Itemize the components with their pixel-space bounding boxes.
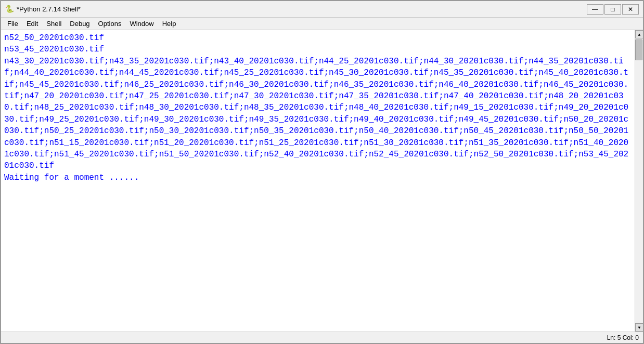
- close-button[interactable]: ✕: [622, 4, 639, 15]
- scroll-thumb[interactable]: [635, 39, 642, 60]
- title-bar-controls: — □ ✕: [587, 4, 639, 15]
- status-bar: Ln: 5 Col: 0: [1, 332, 643, 343]
- scroll-track[interactable]: [635, 38, 643, 323]
- menu-file[interactable]: File: [3, 19, 22, 29]
- title-bar-left: 🐍 *Python 2.7.14 Shell*: [5, 5, 81, 14]
- minimize-button[interactable]: —: [587, 4, 603, 15]
- title-bar: 🐍 *Python 2.7.14 Shell* — □ ✕: [1, 1, 643, 18]
- terminal-line-2: n53_45_20201c030.tif: [4, 44, 632, 55]
- terminal-line-4: Waiting for a moment ......: [4, 172, 632, 183]
- terminal-line-1: n52_50_20201c030.tif: [4, 32, 632, 44]
- scrollbar[interactable]: ▲ ▼: [635, 30, 643, 332]
- python-icon: 🐍: [5, 5, 14, 14]
- menu-bar: File Edit Shell Debug Options Window Hel…: [1, 18, 643, 30]
- main-window: 🐍 *Python 2.7.14 Shell* — □ ✕ File Edit …: [0, 0, 644, 344]
- status-text: Ln: 5 Col: 0: [607, 334, 639, 341]
- content-area: n52_50_20201c030.tif n53_45_20201c030.ti…: [1, 30, 643, 332]
- menu-help[interactable]: Help: [158, 19, 181, 29]
- scroll-down-button[interactable]: ▼: [635, 323, 643, 332]
- menu-debug[interactable]: Debug: [66, 19, 94, 29]
- terminal-output[interactable]: n52_50_20201c030.tif n53_45_20201c030.ti…: [1, 30, 635, 332]
- menu-edit[interactable]: Edit: [22, 19, 42, 29]
- menu-shell[interactable]: Shell: [42, 19, 66, 29]
- menu-options[interactable]: Options: [94, 19, 126, 29]
- window-title: *Python 2.7.14 Shell*: [17, 5, 81, 13]
- terminal-line-3: n43_30_20201c030.tif;n43_35_20201c030.ti…: [4, 56, 632, 172]
- menu-window[interactable]: Window: [125, 19, 158, 29]
- maximize-button[interactable]: □: [604, 4, 621, 15]
- scroll-up-button[interactable]: ▲: [635, 30, 643, 38]
